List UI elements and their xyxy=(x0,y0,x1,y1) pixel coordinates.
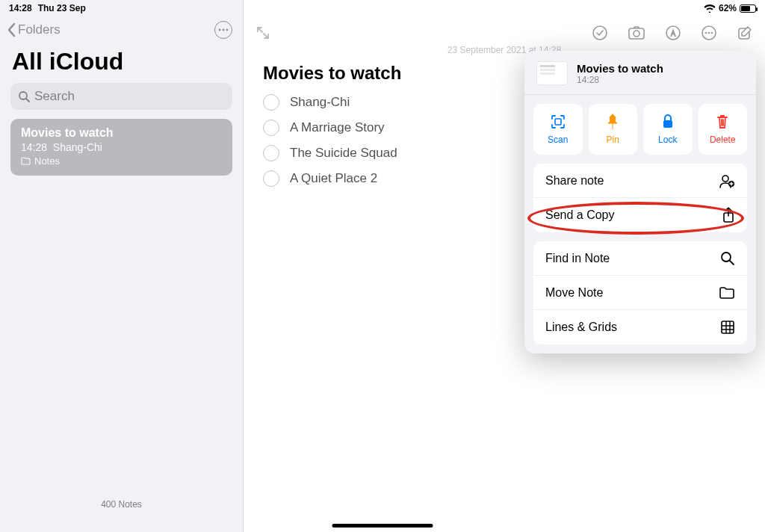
status-right: 62% xyxy=(704,3,756,13)
status-left: 14:28 Thu 23 Sep xyxy=(9,3,86,13)
check-circle-icon[interactable] xyxy=(263,170,279,187)
svg-rect-16 xyxy=(555,119,561,125)
status-time: 14:28 xyxy=(9,3,32,13)
grid-icon xyxy=(720,320,735,335)
svg-point-21 xyxy=(722,253,731,262)
scan-icon xyxy=(550,114,566,130)
svg-point-9 xyxy=(634,31,639,37)
check-circle-icon[interactable] xyxy=(263,120,279,136)
home-indicator xyxy=(332,524,433,528)
popover-time: 14:28 xyxy=(577,75,663,85)
svg-point-12 xyxy=(705,32,707,34)
folder-icon xyxy=(21,157,31,165)
pin-icon xyxy=(606,114,619,130)
magnifier-icon xyxy=(720,251,735,266)
more-icon[interactable] xyxy=(701,25,717,41)
note-item-subtitle: 14:28 Shang-Chi xyxy=(21,141,222,153)
svg-rect-17 xyxy=(663,120,672,128)
share-note-row[interactable]: Share note xyxy=(533,164,747,198)
popover-actions: Scan Pin Lock Delete xyxy=(524,95,756,164)
svg-point-13 xyxy=(708,32,710,34)
note-item-folder: Notes xyxy=(21,155,222,167)
popover-title: Movies to watch xyxy=(577,62,663,75)
find-in-note-row[interactable]: Find in Note xyxy=(533,241,747,276)
screen: 14:28 Thu 23 Sep 62% Folders All iCloud … xyxy=(0,0,765,532)
scan-button[interactable]: Scan xyxy=(533,104,583,155)
wifi-icon xyxy=(704,4,716,13)
popover-group-tools: Find in Note Move Note Lines & Grids xyxy=(533,241,747,344)
sidebar-title: All iCloud xyxy=(0,43,243,83)
folder-icon xyxy=(719,286,735,300)
main: 23 September 2021 at 14:28 Movies to wat… xyxy=(244,0,765,532)
status-date: Thu 23 Sep xyxy=(38,3,86,13)
search-placeholder: Search xyxy=(34,89,75,104)
lock-icon xyxy=(661,114,675,130)
compose-icon[interactable] xyxy=(737,25,753,41)
sidebar-footer: 400 Notes xyxy=(0,492,243,532)
svg-point-7 xyxy=(593,26,607,40)
svg-line-4 xyxy=(26,99,29,102)
collaborate-icon xyxy=(719,173,735,188)
svg-point-14 xyxy=(711,32,713,34)
pin-button[interactable]: Pin xyxy=(589,104,638,155)
check-circle-icon[interactable] xyxy=(263,94,279,111)
trash-icon xyxy=(716,114,729,130)
battery-icon xyxy=(740,4,756,13)
note-item-title: Movies to watch xyxy=(21,126,222,140)
move-note-row[interactable]: Move Note xyxy=(533,276,747,310)
popover-header: Movies to watch 14:28 xyxy=(524,51,756,95)
ellipsis-icon xyxy=(218,28,229,31)
svg-point-2 xyxy=(226,29,229,31)
note-thumbnail-icon xyxy=(536,61,568,85)
search-input[interactable]: Search xyxy=(10,83,232,110)
checklist-icon[interactable] xyxy=(592,25,608,41)
svg-point-0 xyxy=(219,29,221,31)
more-button[interactable] xyxy=(214,21,232,39)
search-icon xyxy=(18,90,30,102)
svg-rect-23 xyxy=(722,321,734,333)
svg-rect-8 xyxy=(629,28,644,39)
expand-icon[interactable] xyxy=(255,25,270,40)
sidebar: Folders All iCloud Search Movies to watc… xyxy=(0,0,244,532)
battery-percent: 62% xyxy=(719,3,737,13)
sidebar-header: Folders xyxy=(0,16,243,43)
delete-button[interactable]: Delete xyxy=(699,104,748,155)
note-options-popover: Movies to watch 14:28 Scan Pin Lock xyxy=(524,51,756,353)
chevron-left-icon xyxy=(6,22,16,37)
markup-icon[interactable] xyxy=(665,25,681,41)
svg-point-1 xyxy=(223,29,225,31)
svg-line-22 xyxy=(730,261,734,265)
lock-button[interactable]: Lock xyxy=(643,104,693,155)
share-icon xyxy=(722,207,735,223)
note-list-item[interactable]: Movies to watch 14:28 Shang-Chi Notes xyxy=(10,119,232,176)
status-bar: 14:28 Thu 23 Sep 62% xyxy=(0,0,765,15)
send-copy-row[interactable]: Send a Copy xyxy=(533,198,747,232)
lines-grids-row[interactable]: Lines & Grids xyxy=(533,310,747,344)
back-label: Folders xyxy=(18,22,61,37)
check-circle-icon[interactable] xyxy=(263,145,279,161)
camera-icon[interactable] xyxy=(628,25,645,40)
popover-group-share: Share note Send a Copy xyxy=(533,164,747,232)
back-button[interactable]: Folders xyxy=(6,22,61,37)
svg-point-18 xyxy=(722,176,728,182)
